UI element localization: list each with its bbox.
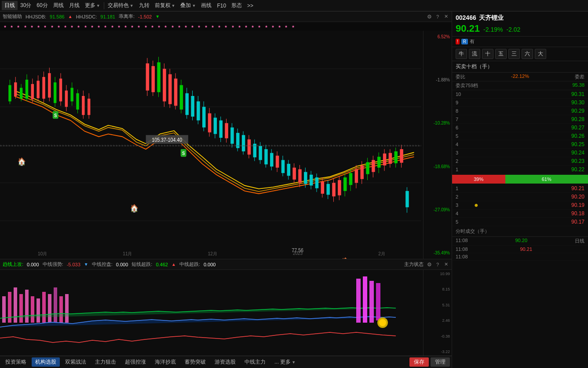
period-feb: 2月 (378, 251, 385, 257)
weibi-value: -22.12% (511, 74, 529, 80)
manage-button[interactable]: 管理 (431, 357, 450, 367)
feature-trade[interactable]: 交易特色 ▼ (105, 1, 136, 10)
cat-five[interactable]: 五 (495, 49, 507, 59)
up-arrow-2: ▲ (172, 262, 176, 267)
svg-rect-153 (59, 296, 63, 323)
weisell-value: 95.38 (572, 82, 584, 89)
svg-rect-158 (376, 283, 380, 320)
cat-ten[interactable]: 十 (482, 49, 493, 59)
period-day[interactable]: 日线 (2, 1, 18, 10)
nav-trader[interactable]: 游资选股 (211, 357, 239, 367)
candlestick-chart[interactable]: S 🏠 (0, 31, 452, 259)
nav-midline[interactable]: 中线主力 (241, 357, 269, 367)
cat-six[interactable]: 六 (522, 49, 533, 59)
cat-big[interactable]: 大 (535, 49, 546, 59)
trend-up-value: 0.000 (27, 262, 39, 267)
trade-time-3: 11:08 (456, 254, 468, 259)
cat-niu[interactable]: 牛 (456, 49, 467, 59)
nav-more[interactable]: ... 更多 ▼ (271, 357, 299, 367)
nav-momentum[interactable]: 蓄势突破 (181, 357, 209, 367)
feature-f10[interactable]: F10 (214, 2, 229, 10)
period-month[interactable]: 月线 (66, 1, 82, 10)
stock-code: 002466 (456, 14, 476, 21)
trade-price-1: 90.20 (515, 238, 528, 244)
indicator-bar: 智能辅助 HHJSDB: 91.586 ▲ HHJSDC: 91.181 乖离率… (0, 11, 452, 22)
price-level-4: -18.68% (425, 164, 450, 169)
vol-help-icon[interactable]: ? (435, 262, 440, 267)
period-oct: 10月 (38, 251, 47, 257)
period-week[interactable]: 周线 (51, 1, 66, 10)
svg-text:S: S (54, 113, 57, 118)
trade-time-2: 11:08 (456, 247, 468, 252)
cat-liu[interactable]: 流 (469, 49, 480, 59)
hhjsdc-label: HHJSDC: (76, 14, 97, 19)
chart-area: 智能辅助 HHJSDB: 91.586 ▲ HHJSDC: 91.181 乖离率… (0, 11, 452, 368)
ask-rows: 10 90.31 9 90.30 8 90.29 7 90.28 (452, 90, 588, 174)
smart-assist-label: 智能辅助 (3, 13, 22, 20)
cat-three[interactable]: 三 (508, 49, 520, 59)
ask-row-4: 4 90.25 (452, 140, 588, 149)
nav-ocean-bottom[interactable]: 海洋抄底 (151, 357, 179, 367)
ask-row-8: 8 90.29 (452, 107, 588, 115)
main-force-text: 主力状态 (404, 261, 424, 268)
ratio-bar: 39% 61% (452, 175, 588, 184)
price-level-2: -1.88% (425, 77, 450, 82)
mid-strength-value: -5.033 (67, 262, 80, 267)
feature-pre[interactable]: 前复权 ▼ (152, 1, 178, 10)
nav-institution[interactable]: 机构选股 (32, 357, 60, 367)
hhjsdb-value: 91.586 (50, 14, 65, 19)
vol-y-5: -0.38 (425, 334, 450, 339)
stock-change-pct: -2.19% (483, 26, 503, 33)
period-dec: 12月 (208, 251, 217, 257)
recent-trades-header: 分时成交（手） (452, 226, 588, 237)
price-level-6: -35.49% (425, 250, 450, 255)
trade-type-label: 日线 (575, 238, 584, 244)
period-60[interactable]: 60分 (34, 1, 50, 10)
save-button[interactable]: 保存 (409, 357, 429, 367)
mid-drop-label: 中线超跌: (179, 261, 200, 268)
svg-rect-155 (356, 279, 361, 323)
bid-price-5: 90.17 (525, 219, 585, 225)
svg-text:105.37-104.40: 105.37-104.40 (152, 137, 182, 143)
volume-chart-area (0, 270, 423, 356)
period-labels: 10月 11月 12月 2023 2月 (0, 251, 423, 257)
feature-overlay[interactable]: 叠加 ▼ (178, 1, 198, 10)
nav-super-control[interactable]: 超强控涨 (121, 357, 150, 367)
feature-nine[interactable]: 九转 (136, 1, 152, 10)
ask-num-10: 10 (456, 92, 464, 97)
ask-price-1: 90.22 (525, 166, 585, 173)
ask-row-6: 6 90.27 (452, 124, 588, 132)
help-icon[interactable]: ? (435, 14, 440, 19)
price-level-5: -27.09% (425, 207, 450, 212)
feature-more[interactable]: >> (245, 2, 256, 10)
settings-icon[interactable]: ⚙ (427, 14, 432, 20)
vol-y-6: -3.22 (425, 350, 450, 354)
bid-price-4: 90.18 (525, 210, 585, 217)
close-indicator-icon[interactable]: ✕ (443, 14, 449, 19)
feature-draw[interactable]: 画线 (198, 1, 214, 10)
ask-price-9: 90.30 (525, 99, 585, 106)
vol-y-4: 2.46 (425, 318, 450, 323)
bottom-nav: 投资策略 机构选股 双紫战法 主力狙击 超强控涨 海洋抄底 蓄势突破 游资选股 … (0, 356, 452, 368)
vol-settings-icon[interactable]: ⚙ (427, 261, 432, 268)
price-level-3: -10.28% (425, 121, 450, 125)
period-more[interactable]: 更多 ▼ (82, 1, 103, 10)
svg-rect-148 (31, 296, 34, 323)
up-arrow-1: ▲ (68, 14, 73, 19)
nav-investment[interactable]: 投资策略 (2, 357, 30, 367)
stock-price: 90.21 (456, 23, 480, 34)
stock-change-val: -2.02 (506, 26, 520, 33)
r-icon[interactable]: R (461, 39, 468, 44)
bid-price-2: 90.20 (525, 194, 585, 200)
volume-svg (0, 270, 423, 356)
vol-close-icon[interactable]: ✕ (443, 261, 449, 267)
feature-pattern[interactable]: 形态 (229, 1, 245, 10)
nav-double-purple[interactable]: 双紫战法 (62, 357, 90, 367)
mid-drop-value: 0.000 (204, 262, 216, 267)
alert-icon[interactable]: ! (456, 39, 460, 44)
trade-row-3: 11:08 (452, 253, 588, 261)
trend-up-label: 趋线上攻: (3, 261, 23, 268)
stars-bar: ★ ★ ★ ★ ★ ★ ★ ★ ★ ★ ★ ★ ★ ★ ★ ★ ★ ★ ★ ★ … (0, 22, 452, 31)
nav-main-attack[interactable]: 主力狙击 (91, 357, 120, 367)
period-30[interactable]: 30分 (18, 1, 34, 10)
